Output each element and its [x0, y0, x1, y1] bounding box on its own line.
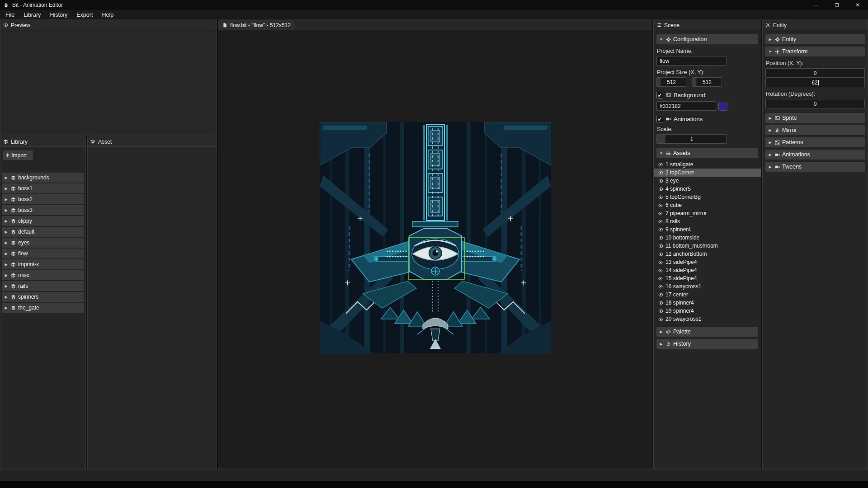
expand-arrow-icon[interactable] — [768, 128, 773, 132]
scale-input[interactable]: 1 — [656, 134, 727, 144]
section-animations[interactable]: Animations — [765, 150, 865, 160]
animations-checkbox[interactable] — [656, 116, 663, 122]
section-history[interactable]: History — [656, 339, 758, 349]
menu-item[interactable]: Export — [72, 10, 97, 19]
project-name-input[interactable]: flow — [656, 56, 727, 66]
visibility-eye-icon[interactable] — [658, 211, 663, 216]
visibility-eye-icon[interactable] — [658, 178, 663, 183]
expand-arrow-icon[interactable] — [4, 176, 9, 180]
library-item[interactable]: clippy — [2, 216, 84, 226]
expand-arrow-icon[interactable] — [4, 197, 9, 202]
section-transform[interactable]: Transform — [765, 47, 865, 56]
library-item[interactable]: boss1 — [2, 183, 84, 193]
collapse-arrow-icon[interactable] — [659, 151, 664, 155]
minimize-button[interactable] — [806, 0, 826, 10]
expand-arrow-icon[interactable] — [4, 187, 9, 191]
expand-arrow-icon[interactable] — [4, 252, 9, 256]
canvas-area[interactable] — [218, 30, 652, 469]
preview-canvas[interactable] — [0, 30, 217, 135]
visibility-eye-icon[interactable] — [658, 309, 663, 314]
project-size-y-input[interactable]: 512 — [692, 77, 722, 87]
visibility-eye-icon[interactable] — [658, 162, 663, 167]
asset-row[interactable]: 12 anchorBottom — [654, 250, 761, 258]
visibility-eye-icon[interactable] — [658, 284, 663, 289]
expand-arrow-icon[interactable] — [4, 263, 9, 267]
library-item[interactable]: spinners — [2, 292, 84, 302]
drag-handle[interactable] — [657, 135, 665, 143]
asset-row[interactable]: 2 topCorner — [654, 169, 761, 177]
maximize-button[interactable] — [826, 0, 847, 10]
canvas-artwork[interactable] — [320, 122, 551, 353]
asset-row[interactable]: 10 bottomside — [654, 234, 761, 242]
asset-row[interactable]: 13 sidePipe4 — [654, 258, 761, 266]
asset-row[interactable]: 17 center — [654, 291, 761, 299]
library-item[interactable]: default — [2, 227, 84, 237]
section-palette[interactable]: Palette — [656, 327, 758, 337]
visibility-eye-icon[interactable] — [658, 292, 663, 297]
close-button[interactable] — [847, 0, 868, 10]
menu-item[interactable]: File — [1, 10, 19, 19]
visibility-eye-icon[interactable] — [658, 187, 663, 192]
library-item[interactable]: the_gate — [2, 303, 84, 313]
asset-row[interactable]: 9 spinner4 — [654, 225, 761, 234]
expand-arrow-icon[interactable] — [4, 219, 9, 223]
position-x-input[interactable]: 0 — [765, 68, 865, 78]
expand-arrow-icon[interactable] — [4, 284, 9, 288]
expand-arrow-icon[interactable] — [4, 306, 9, 310]
expand-arrow-icon[interactable] — [768, 153, 773, 157]
visibility-eye-icon[interactable] — [658, 300, 663, 305]
expand-arrow-icon[interactable] — [768, 165, 773, 169]
visibility-eye-icon[interactable] — [658, 235, 663, 240]
asset-row[interactable]: 15 sidePipe4 — [654, 274, 761, 282]
drag-handle[interactable] — [657, 78, 661, 86]
asset-row[interactable]: 5 topCornerBg — [654, 193, 761, 201]
collapse-arrow-icon[interactable] — [659, 38, 664, 42]
rotation-input[interactable]: 0 — [765, 99, 865, 108]
visibility-eye-icon[interactable] — [658, 203, 663, 208]
section-tweens[interactable]: Tweens — [765, 162, 865, 172]
library-item[interactable]: misc — [2, 270, 84, 280]
expand-arrow-icon[interactable] — [4, 295, 9, 299]
asset-row[interactable]: 19 spinner4 — [654, 307, 761, 315]
menu-item[interactable]: Help — [97, 10, 118, 19]
library-item[interactable]: rails — [2, 281, 84, 291]
visibility-eye-icon[interactable] — [658, 260, 663, 265]
project-size-x-input[interactable]: 512 — [656, 77, 686, 87]
expand-arrow-icon[interactable] — [768, 116, 773, 120]
section-configuration[interactable]: Configuration — [656, 34, 758, 44]
library-item[interactable]: boss2 — [2, 194, 84, 204]
collapse-arrow-icon[interactable] — [768, 50, 773, 54]
visibility-eye-icon[interactable] — [658, 268, 663, 273]
position-y-input[interactable]: 62 — [765, 78, 865, 87]
background-color-input[interactable]: #312182 — [656, 101, 716, 111]
visibility-eye-icon[interactable] — [658, 195, 663, 200]
library-item[interactable]: flow — [2, 249, 84, 258]
visibility-eye-icon[interactable] — [658, 219, 663, 224]
asset-row[interactable]: 11 bottom_mushroom — [654, 242, 761, 250]
visibility-eye-icon[interactable] — [658, 227, 663, 232]
asset-row[interactable]: 14 sidePipe4 — [654, 266, 761, 274]
asset-row[interactable]: 3 eye — [654, 177, 761, 185]
asset-row[interactable]: 7 pipearm_mirror — [654, 209, 761, 217]
drag-handle[interactable] — [693, 78, 697, 86]
asset-row[interactable]: 6 cube — [654, 201, 761, 209]
visibility-eye-icon[interactable] — [658, 317, 663, 322]
menu-item[interactable]: Library — [19, 10, 45, 19]
import-button[interactable]: Import — [3, 150, 33, 160]
section-patterns[interactable]: Patterns — [765, 137, 865, 147]
background-checkbox[interactable] — [656, 92, 663, 99]
menu-item[interactable]: History — [45, 10, 72, 19]
expand-arrow-icon[interactable] — [4, 208, 9, 212]
asset-row[interactable]: 18 spinner4 — [654, 299, 761, 307]
expand-arrow-icon[interactable] — [768, 38, 773, 42]
asset-row[interactable]: 16 swaycross1 — [654, 282, 761, 291]
expand-arrow-icon[interactable] — [4, 230, 9, 234]
section-sprite[interactable]: Sprite — [765, 113, 865, 123]
asset-row[interactable]: 4 spinner5 — [654, 185, 761, 193]
asset-row[interactable]: 20 swaycross1 — [654, 315, 761, 323]
expand-arrow-icon[interactable] — [4, 241, 9, 245]
expand-arrow-icon[interactable] — [659, 330, 664, 334]
library-item[interactable]: backgrounds — [2, 173, 84, 183]
visibility-eye-icon[interactable] — [658, 276, 663, 281]
section-entity[interactable]: Entity — [765, 34, 865, 44]
